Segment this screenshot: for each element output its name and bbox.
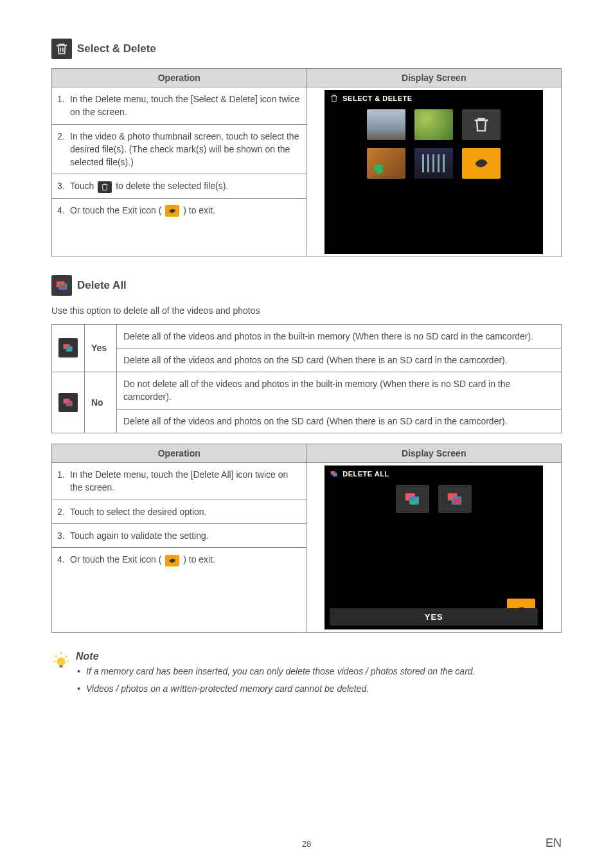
yes-label: Yes [85, 324, 117, 372]
note-item-1: If a memory card has been inserted, you … [76, 665, 475, 678]
trash-mini-icon [330, 94, 339, 103]
no-label: No [85, 372, 117, 433]
note-title: Note [76, 651, 475, 662]
lightbulb-icon [51, 651, 71, 670]
note-content: Note If a memory card has been inserted,… [76, 651, 475, 700]
thumbnail-3[interactable] [367, 148, 405, 179]
step-3-post: to delete the selected file(s). [116, 181, 228, 191]
delete-all-mini-icon [330, 469, 339, 478]
no-icon [58, 393, 78, 412]
da-step-3: Touch again to validate the setting. [52, 524, 306, 548]
note-item-2: Videos / photos on a written-protected m… [76, 682, 475, 696]
step-3-pre: Touch [70, 181, 96, 191]
page-number: 28 [302, 839, 311, 849]
yes-icon-cell [52, 324, 85, 372]
da-step-4-pre: Or touch the Exit icon ( [70, 554, 164, 565]
thumb-row-1 [330, 109, 538, 140]
step-2: In the video & photo thumbnail screen, t… [52, 125, 306, 175]
da-step-1: In the Delete menu, touch the [Delete Al… [52, 463, 306, 500]
note-list: If a memory card has been inserted, you … [76, 665, 475, 696]
thumbnail-1[interactable] [367, 109, 405, 140]
thumb-row-2 [330, 148, 538, 179]
option-yes[interactable] [396, 485, 429, 513]
no-desc-1: Do not delete all of the videos and phot… [117, 372, 562, 410]
select-delete-table: Operation Display Screen In the Delete m… [51, 68, 562, 257]
display-screen-header: Display Screen [306, 69, 562, 87]
no-desc-2: Delete all of the videos and photos on t… [117, 409, 562, 433]
display-panel-delete-all: DELETE ALL YES [324, 466, 543, 629]
section-header-select-delete: Select & Delete [51, 39, 562, 59]
operation-header-2: Operation [52, 444, 307, 463]
step-4-post: ) to exit. [183, 205, 215, 215]
option-no[interactable] [438, 485, 472, 513]
svg-rect-11 [333, 473, 337, 476]
thumbnail-2[interactable] [414, 109, 453, 140]
step-4-pre: Or touch the Exit icon ( [70, 205, 164, 215]
da-step-4: Or touch the Exit icon ( ) to exit. [52, 548, 306, 571]
operation-steps: In the Delete menu, touch the [Select & … [52, 87, 306, 222]
thumbnail-exit-action[interactable] [462, 148, 501, 179]
trash-inline-icon [98, 181, 112, 193]
panel-title-bar-2: DELETE ALL [330, 469, 538, 478]
panel-title-text-2: DELETE ALL [342, 470, 389, 478]
page-footer: 28 [0, 839, 613, 849]
thumbnail-delete-action[interactable] [462, 109, 501, 140]
svg-rect-19 [59, 665, 63, 668]
operation-steps-2: In the Delete menu, touch the [Delete Al… [52, 463, 306, 571]
operation-header: Operation [52, 69, 307, 87]
yes-desc-2: Delete all of the videos and photos on t… [117, 348, 562, 372]
delete-all-intro: Use this option to delete all of the vid… [51, 305, 562, 318]
exit-inline-icon [165, 205, 179, 217]
delete-all-op-table: Operation Display Screen In the Delete m… [51, 444, 562, 633]
option-thumbs-row [330, 485, 538, 513]
language-code: EN [546, 836, 562, 850]
step-4: Or touch the Exit icon ( ) to exit. [52, 199, 306, 222]
step-1: In the Delete menu, touch the [Select & … [52, 87, 306, 125]
note-block: Note If a memory card has been inserted,… [51, 651, 562, 700]
yes-icon [58, 338, 78, 357]
display-panel-select-delete: SELECT & DELETE [324, 90, 543, 254]
da-step-2: Touch to select the desired option. [52, 500, 306, 524]
exit-inline-icon-2 [165, 555, 179, 566]
svg-point-18 [57, 657, 65, 665]
panel-title-text: SELECT & DELETE [342, 95, 412, 102]
yes-bar[interactable]: YES [330, 608, 538, 626]
yes-no-table: Yes Delete all of the videos and photos … [51, 324, 562, 433]
panel-title-bar: SELECT & DELETE [330, 94, 538, 103]
da-step-4-post: ) to exit. [183, 554, 215, 565]
section-title: Select & Delete [77, 42, 156, 55]
section-header-delete-all: Delete All [51, 275, 562, 296]
yes-desc-1: Delete all of the videos and photos in t… [117, 324, 562, 348]
no-icon-cell [52, 372, 85, 433]
step-3: Touch to delete the selected file(s). [52, 174, 306, 198]
section-title-delete-all: Delete All [77, 279, 127, 292]
thumbnail-4[interactable] [414, 148, 453, 179]
trash-icon [51, 39, 72, 59]
delete-all-icon [51, 275, 72, 296]
display-screen-header-2: Display Screen [306, 444, 562, 463]
